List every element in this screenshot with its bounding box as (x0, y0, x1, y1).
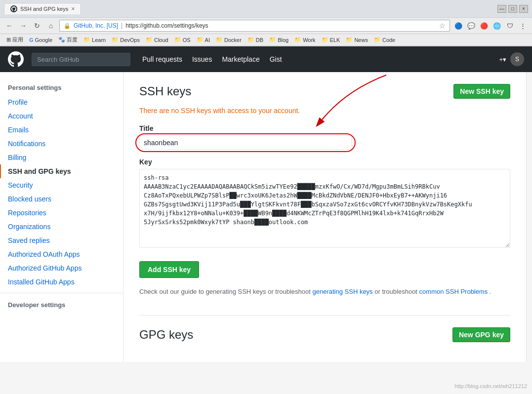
new-gpg-key-button[interactable]: New GPG key (452, 327, 510, 342)
close-button[interactable]: × (519, 5, 528, 13)
scrollbar[interactable] (526, 72, 532, 362)
bookmark-ai[interactable]: 📁AI (194, 36, 212, 44)
footer-period: . (490, 288, 491, 295)
bookmark-star-icon[interactable]: ☆ (439, 22, 446, 30)
folder-icon: 📁 (346, 37, 353, 43)
folder-icon: 📁 (174, 37, 181, 43)
restore-button[interactable]: □ (508, 5, 517, 13)
nav-issues[interactable]: Issues (192, 55, 212, 63)
url-text[interactable]: https://github.com/settings/keys (125, 22, 208, 29)
key-form-group: Key ssh-rsa AAAAB3NzaC1yc2EAAAADAQABAABA… (139, 158, 510, 249)
user-avatar[interactable]: S (510, 52, 524, 66)
bookmark-db[interactable]: 📁DB (245, 36, 266, 44)
github-nav: Pull requests Issues Marketplace Gist (142, 55, 282, 63)
site-name: GitHub, Inc. [US] (74, 22, 118, 29)
home-button[interactable]: ⌂ (45, 20, 56, 31)
tab-title: SSH and GPG keys (20, 6, 68, 12)
bookmark-db-label: DB (256, 37, 263, 43)
bookmark-apps[interactable]: ⊞ 应用 (4, 35, 26, 44)
window-controls: — □ × (497, 5, 528, 13)
back-button[interactable]: ← (4, 20, 15, 31)
bookmark-code[interactable]: 📁Code (371, 36, 398, 44)
generating-ssh-keys-link[interactable]: generating SSH keys (313, 288, 373, 295)
bookmark-blog[interactable]: 📁Blog (267, 36, 291, 44)
title-label: Title (139, 124, 510, 132)
title-input[interactable] (139, 135, 352, 150)
bookmark-cloud[interactable]: 📁Cloud (143, 36, 171, 44)
tab-close-button[interactable]: × (71, 5, 75, 12)
sidebar-item-profile[interactable]: Profile (0, 95, 123, 109)
sidebar: Personal settings Profile Account Emails… (0, 72, 123, 362)
folder-icon: 📁 (374, 37, 381, 43)
bookmarks-bar: ⊞ 应用 G Google 🐾 百度 📁Learn 📁DevOps 📁Cloud… (0, 34, 532, 46)
sidebar-item-saved-replies[interactable]: Saved replies (0, 234, 123, 247)
sidebar-item-repositories[interactable]: Repositories (0, 206, 123, 220)
folder-icon: 📁 (112, 37, 119, 43)
sidebar-item-notifications[interactable]: Notifications (0, 137, 123, 151)
nav-pull-requests[interactable]: Pull requests (142, 55, 182, 63)
ext-icon-2[interactable]: 💬 (466, 20, 477, 31)
address-bar[interactable]: 🔒 GitHub, Inc. [US] | https://github.com… (59, 20, 450, 32)
url-separator: | (121, 22, 123, 29)
tab-favicon (10, 5, 17, 12)
sidebar-item-emails[interactable]: Emails (0, 123, 123, 137)
ssh-footer: Check out our guide to generating SSH ke… (139, 288, 510, 295)
browser-tab[interactable]: SSH and GPG keys × (4, 3, 81, 14)
common-ssh-problems-link[interactable]: common SSH Problems (419, 288, 488, 295)
ext-icon-4[interactable]: 🌐 (491, 20, 502, 31)
sidebar-item-organizations[interactable]: Organizations (0, 220, 123, 234)
folder-icon: 📁 (294, 37, 301, 43)
sidebar-item-account[interactable]: Account (0, 109, 123, 123)
sidebar-item-ssh-gpg[interactable]: SSH and GPG keys (0, 164, 123, 178)
new-ssh-key-button[interactable]: New SSH key (453, 84, 510, 99)
bookmark-google[interactable]: G Google (27, 36, 55, 44)
key-label: Key (139, 158, 510, 166)
bookmark-os[interactable]: 📁OS (172, 36, 193, 44)
bookmark-os-label: OS (183, 37, 191, 43)
github-header: Pull requests Issues Marketplace Gist +▾… (0, 46, 532, 72)
bookmark-learn[interactable]: 📁Learn (81, 36, 108, 44)
bookmark-baidu[interactable]: 🐾 百度 (56, 35, 80, 44)
annotation-area: Title (139, 124, 510, 150)
bookmark-devops[interactable]: 📁DevOps (109, 36, 142, 44)
bookmark-docker[interactable]: 📁Docker (213, 36, 244, 44)
header-right: +▾ S (499, 52, 524, 66)
page-wrapper: Personal settings Profile Account Emails… (0, 72, 532, 362)
menu-button[interactable]: ⋮ (517, 20, 528, 31)
bookmark-google-label: Google (35, 37, 52, 43)
search-input[interactable] (32, 53, 130, 66)
reload-button[interactable]: ↻ (32, 20, 42, 31)
key-textarea[interactable]: ssh-rsa AAAAB3NzaC1yc2EAAAADAQABAABAQCkS… (139, 169, 510, 248)
folder-icon: 📁 (83, 37, 90, 43)
sidebar-item-billing[interactable]: Billing (0, 151, 123, 164)
folder-icon: 📁 (322, 37, 328, 43)
sidebar-item-security[interactable]: Security (0, 178, 123, 192)
ext-icon-1[interactable]: 🔵 (453, 20, 464, 31)
baidu-icon: 🐾 (58, 37, 65, 43)
sidebar-item-github-apps[interactable]: Authorized GitHub Apps (0, 261, 123, 275)
bookmark-news[interactable]: 📁News (343, 36, 370, 44)
sidebar-item-installed-apps[interactable]: Installed GitHub Apps (0, 275, 123, 289)
gpg-section: GPG keys New GPG key (139, 315, 510, 342)
github-logo[interactable] (8, 51, 24, 67)
nav-gist[interactable]: Gist (270, 55, 282, 63)
main-content: SSH keys New SSH key There are no SSH ke… (123, 72, 526, 362)
ssh-section-header: SSH keys New SSH key (139, 84, 510, 99)
ext-icon-3[interactable]: 🔴 (479, 20, 490, 31)
bookmark-elk[interactable]: 📁ELK (319, 36, 343, 44)
ssh-section-title: SSH keys (139, 84, 191, 98)
bookmark-apps-label: 应用 (12, 36, 23, 43)
nav-marketplace[interactable]: Marketplace (222, 55, 259, 63)
bookmark-work[interactable]: 📁Work (292, 36, 318, 44)
ext-icon-5[interactable]: 🛡 (504, 20, 515, 31)
sidebar-heading: Personal settings (0, 80, 123, 95)
forward-button[interactable]: → (18, 20, 29, 31)
browser-titlebar: SSH and GPG keys × — □ × (0, 0, 532, 18)
sidebar-item-oauth-apps[interactable]: Authorized OAuth Apps (0, 247, 123, 261)
minimize-button[interactable]: — (497, 5, 506, 13)
new-item-button[interactable]: +▾ (499, 56, 506, 63)
add-ssh-key-button[interactable]: Add SSH key (139, 261, 199, 278)
sidebar-item-blocked-users[interactable]: Blocked users (0, 192, 123, 206)
ssh-info-text: There are no SSH keys with access to you… (139, 107, 510, 115)
bookmark-cloud-label: Cloud (154, 37, 168, 43)
